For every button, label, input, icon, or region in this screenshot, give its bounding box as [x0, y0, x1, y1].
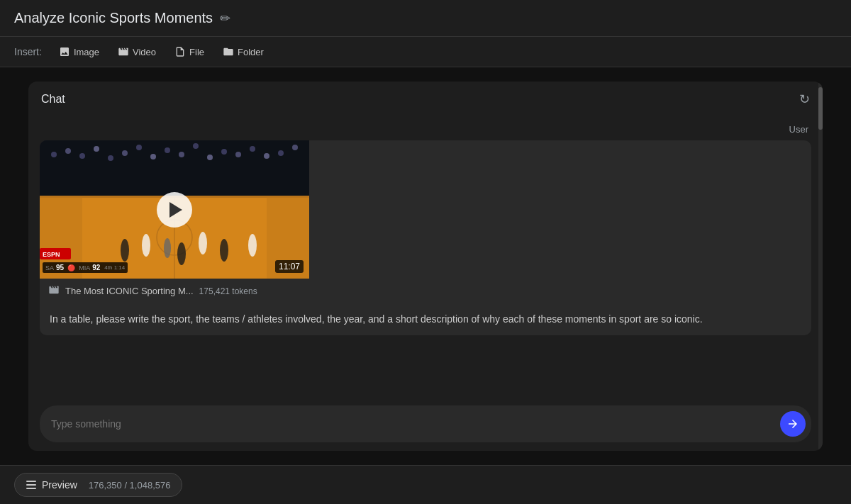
app-footer: Preview 176,350 / 1,048,576: [0, 465, 851, 504]
svg-point-9: [150, 154, 156, 159]
insert-label: Insert:: [14, 46, 42, 57]
svg-point-31: [248, 234, 257, 257]
video-filename: The Most ICONIC Sporting M...: [65, 286, 194, 296]
svg-text:ESPN: ESPN: [43, 251, 60, 258]
file-icon: [174, 46, 186, 57]
scrollbar-track: [818, 82, 823, 451]
svg-point-32: [164, 238, 171, 258]
svg-point-4: [79, 153, 85, 159]
svg-point-8: [136, 145, 142, 150]
svg-point-27: [142, 234, 150, 257]
list-icon: [26, 481, 36, 489]
svg-point-14: [221, 149, 227, 155]
chat-header: Chat ↻: [28, 82, 823, 117]
folder-icon: [223, 46, 234, 57]
video-icon: [118, 46, 129, 57]
insert-video-label: Video: [133, 47, 156, 57]
insert-video-button[interactable]: Video: [111, 43, 163, 61]
svg-point-12: [193, 143, 199, 149]
svg-rect-1: [40, 140, 309, 197]
chat-input-row: [40, 405, 811, 442]
svg-point-7: [122, 150, 128, 156]
chat-title: Chat: [41, 93, 65, 106]
svg-point-10: [165, 147, 170, 153]
svg-point-26: [121, 239, 129, 262]
svg-point-28: [177, 242, 186, 265]
chat-panel: Chat ↻ User: [28, 82, 823, 451]
user-label: User: [40, 124, 811, 135]
user-message: ESPN SA 95 🔴 MIA 92 4th 1:14 11:07: [40, 140, 811, 335]
svg-point-29: [199, 232, 207, 254]
svg-point-6: [108, 155, 113, 161]
send-button[interactable]: [780, 411, 806, 437]
video-duration: 11:07: [275, 260, 304, 273]
app-header: Analyze Iconic Sports Moments ✏: [0, 0, 851, 37]
svg-point-13: [207, 155, 213, 160]
scrollbar-thumb[interactable]: [818, 87, 823, 130]
svg-point-11: [179, 152, 184, 157]
send-icon: [786, 418, 799, 430]
refresh-icon[interactable]: ↻: [799, 91, 810, 107]
svg-point-16: [250, 146, 255, 152]
chat-content[interactable]: User: [28, 117, 823, 397]
chat-input[interactable]: [51, 418, 774, 430]
scoreboard-overlay: SA 95 🔴 MIA 92 4th 1:14: [43, 262, 128, 273]
svg-point-19: [292, 145, 298, 150]
insert-file-label: File: [189, 47, 204, 57]
user-message-text: In a table, please write the sport, the …: [40, 303, 811, 335]
edit-icon[interactable]: ✏: [220, 11, 230, 26]
image-icon: [59, 46, 70, 57]
svg-point-15: [235, 152, 241, 157]
svg-point-30: [220, 239, 228, 262]
video-thumbnail[interactable]: ESPN SA 95 🔴 MIA 92 4th 1:14 11:07: [40, 140, 309, 279]
insert-folder-label: Folder: [238, 47, 264, 57]
token-count: 176,350 / 1,048,576: [89, 480, 171, 491]
video-play-button[interactable]: [157, 192, 192, 228]
svg-point-3: [65, 148, 71, 154]
insert-folder-button[interactable]: Folder: [216, 43, 271, 61]
insert-file-button[interactable]: File: [167, 43, 211, 61]
preview-button[interactable]: Preview 176,350 / 1,048,576: [14, 473, 182, 497]
svg-point-17: [264, 153, 269, 159]
video-file-icon: [48, 284, 60, 298]
main-content: Chat ↻ User: [0, 67, 851, 465]
page-title: Analyze Iconic Sports Moments: [14, 10, 213, 26]
insert-image-button[interactable]: Image: [52, 43, 106, 61]
video-token-count: 175,421 tokens: [199, 286, 257, 296]
svg-point-2: [51, 152, 57, 157]
video-info-row: The Most ICONIC Sporting M... 175,421 to…: [40, 279, 811, 303]
svg-point-18: [278, 150, 284, 156]
preview-label: Preview: [42, 479, 77, 491]
insert-image-label: Image: [74, 47, 99, 57]
insert-toolbar: Insert: Image Video File Folder: [0, 37, 851, 67]
chat-input-area: [28, 397, 823, 451]
svg-point-5: [94, 146, 99, 152]
